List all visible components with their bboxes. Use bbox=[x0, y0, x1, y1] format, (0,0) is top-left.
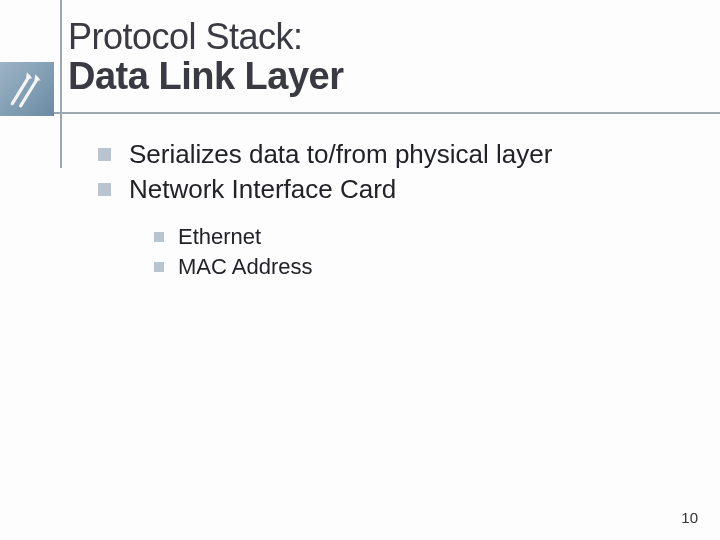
svg-line-0 bbox=[12, 76, 29, 103]
bullet-text: Network Interface Card bbox=[129, 173, 396, 206]
page-number: 10 bbox=[681, 509, 698, 526]
horizontal-divider bbox=[0, 112, 720, 114]
logo-icon bbox=[0, 62, 54, 116]
list-item: Network Interface Card bbox=[98, 173, 680, 206]
slide-title: Protocol Stack: Data Link Layer bbox=[68, 18, 720, 104]
sub-bullet-text: MAC Address bbox=[178, 253, 313, 281]
svg-line-1 bbox=[21, 79, 38, 106]
list-item: MAC Address bbox=[154, 253, 680, 281]
list-item: Serializes data to/from physical layer bbox=[98, 138, 680, 171]
title-line-1: Protocol Stack: bbox=[68, 18, 720, 56]
square-bullet-icon bbox=[98, 183, 111, 196]
sub-bullet-text: Ethernet bbox=[178, 223, 261, 251]
bullet-text: Serializes data to/from physical layer bbox=[129, 138, 552, 171]
svg-marker-2 bbox=[26, 72, 32, 78]
list-item: Ethernet bbox=[154, 223, 680, 251]
title-line-2: Data Link Layer bbox=[68, 56, 720, 98]
square-bullet-icon bbox=[154, 262, 164, 272]
slide-header: Protocol Stack: Data Link Layer bbox=[0, 0, 720, 104]
slide-body: Serializes data to/from physical layer N… bbox=[98, 138, 680, 282]
square-bullet-icon bbox=[154, 232, 164, 242]
sub-list: Ethernet MAC Address bbox=[154, 223, 680, 280]
square-bullet-icon bbox=[98, 148, 111, 161]
svg-marker-3 bbox=[34, 74, 40, 80]
